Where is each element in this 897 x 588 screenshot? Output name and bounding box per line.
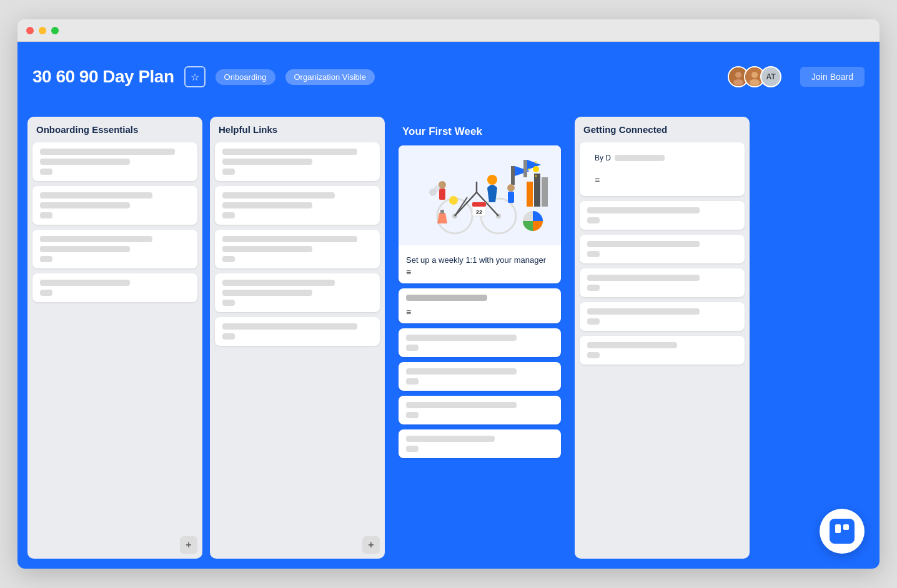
table-row[interactable]	[580, 201, 745, 230]
close-dot[interactable]	[26, 27, 34, 34]
board-title: 30 60 90 Day Plan	[32, 67, 174, 87]
card-line	[406, 412, 419, 418]
card-line	[40, 149, 175, 155]
table-row[interactable]	[32, 186, 197, 225]
card-line	[406, 436, 495, 442]
svg-point-31	[533, 166, 539, 172]
svg-point-2	[733, 79, 743, 86]
svg-rect-37	[440, 210, 444, 213]
table-row[interactable]	[215, 142, 380, 181]
card-line	[587, 285, 600, 291]
column-3-body: 22	[394, 143, 566, 557]
card-line	[40, 169, 52, 175]
card-line	[222, 323, 357, 330]
card-image: 22	[399, 145, 561, 245]
table-row[interactable]	[32, 142, 197, 181]
table-row[interactable]	[399, 429, 561, 458]
column-2-footer: +	[210, 532, 385, 559]
card-line	[587, 275, 700, 281]
star-button[interactable]: ☆	[184, 66, 206, 87]
card-line	[222, 169, 235, 175]
svg-point-4	[751, 72, 758, 78]
user-initials-avatar[interactable]: AT	[760, 66, 781, 87]
table-row[interactable]: ≡	[399, 288, 561, 323]
card-line	[587, 241, 700, 247]
org-visible-tag[interactable]: Organization Visible	[285, 69, 375, 85]
join-board-button[interactable]: Join Board	[800, 67, 865, 87]
card-line	[406, 368, 517, 375]
card-line	[222, 236, 357, 242]
onboarding-tag[interactable]: Onboarding	[216, 69, 275, 85]
svg-rect-23	[527, 182, 533, 207]
card-line	[615, 155, 665, 161]
table-row[interactable]	[215, 317, 380, 346]
add-card-button[interactable]: +	[180, 536, 197, 554]
column-getting-connected: Getting Connected By D ≡	[575, 117, 750, 559]
svg-rect-19	[511, 166, 515, 185]
card-line	[40, 246, 130, 252]
card-line	[406, 335, 517, 341]
app-container: 30 60 90 Day Plan ☆ Onboarding Organizat…	[17, 42, 880, 569]
card-line	[222, 159, 312, 165]
table-row[interactable]: By D ≡	[580, 142, 745, 196]
column-4-title: Getting Connected	[575, 117, 750, 140]
browser-titlebar	[17, 19, 880, 42]
card-line	[40, 159, 130, 165]
card-line	[406, 446, 419, 452]
svg-rect-16	[472, 202, 486, 207]
card-line	[587, 342, 677, 348]
card-line	[222, 192, 335, 198]
card-line	[406, 378, 419, 385]
column-your-first-week: Your First Week	[392, 117, 567, 559]
card-line	[222, 256, 235, 262]
table-row[interactable]	[580, 302, 745, 331]
svg-rect-30	[508, 192, 514, 203]
card-line	[40, 290, 52, 296]
card-line	[40, 202, 130, 208]
card-text: Set up a weekly 1:1 with your manager ≡	[399, 249, 561, 283]
table-row[interactable]	[580, 336, 745, 365]
table-row[interactable]	[399, 396, 561, 424]
table-row[interactable]	[399, 328, 561, 357]
column-1-title: Onboarding Essentials	[27, 117, 202, 140]
add-card-button[interactable]: +	[362, 536, 380, 554]
featured-card[interactable]: 22	[399, 145, 561, 283]
table-row[interactable]	[580, 235, 745, 263]
board-header: 30 60 90 Day Plan ☆ Onboarding Organizat…	[17, 42, 880, 112]
table-row[interactable]	[215, 230, 380, 268]
card-line	[222, 246, 312, 252]
table-row[interactable]	[580, 268, 745, 297]
trello-fab-button[interactable]	[820, 509, 865, 554]
table-row[interactable]	[215, 273, 380, 312]
table-row[interactable]	[215, 186, 380, 225]
by-line: By D	[587, 149, 737, 167]
card-line	[222, 290, 312, 296]
svg-point-38	[449, 196, 458, 205]
maximize-dot[interactable]	[51, 27, 59, 34]
card-line	[222, 212, 235, 218]
card-line	[587, 207, 700, 213]
card-line	[40, 192, 152, 198]
svg-rect-21	[523, 160, 527, 177]
table-row[interactable]	[32, 273, 197, 302]
card-line	[222, 280, 335, 286]
svg-point-18	[487, 175, 497, 185]
browser-window: 30 60 90 Day Plan ☆ Onboarding Organizat…	[17, 19, 880, 569]
board-area: Onboarding Essentials	[17, 112, 880, 569]
card-line	[406, 295, 487, 301]
card-line	[587, 308, 700, 315]
table-row[interactable]	[399, 362, 561, 391]
hamburger-icon: ≡	[406, 307, 411, 317]
svg-text:22: 22	[476, 209, 482, 215]
card-line	[222, 333, 235, 340]
card-line	[40, 236, 152, 242]
table-row[interactable]	[32, 230, 197, 268]
svg-rect-24	[534, 174, 540, 207]
column-1-body	[27, 140, 202, 532]
minimize-dot[interactable]	[39, 27, 46, 34]
by-text: By D	[595, 154, 611, 162]
hamburger-icon: ≡	[406, 267, 553, 277]
card-line	[406, 402, 517, 408]
svg-rect-28	[439, 189, 445, 200]
svg-point-1	[735, 72, 741, 78]
